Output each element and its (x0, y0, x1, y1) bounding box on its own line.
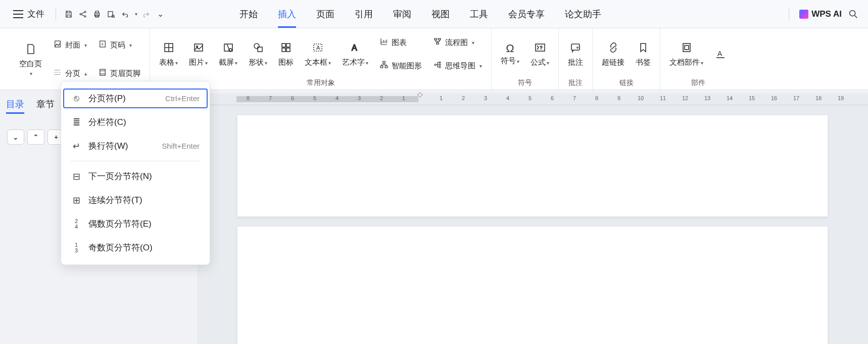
blank-page-icon (25, 43, 37, 57)
page-number-button[interactable]: # 页码▾ (94, 37, 144, 53)
cover-button[interactable]: 封面▾ (49, 37, 91, 53)
mindmap-icon (433, 60, 442, 72)
ribbon-group-comment: 批注 批注 (559, 28, 593, 90)
page-break-icon: ⎋ (71, 93, 81, 104)
icons-icon (280, 41, 292, 56)
nav-down-button[interactable]: ⌄ (7, 130, 24, 145)
blank-page-label: 空白页 (19, 59, 42, 69)
bookmark-button[interactable]: 书签 (632, 39, 655, 69)
dd-item-column-break[interactable]: ≣ 分栏符(C) (61, 110, 210, 134)
svg-rect-32 (437, 42, 439, 44)
ribbon-group-page: 空白页▾ 封面▾ 分页▴ # 页码▾ (0, 28, 150, 90)
dd-item-even-section[interactable]: 24 偶数页分节符(E) (61, 212, 210, 236)
hyperlink-button[interactable]: 超链接 (598, 39, 629, 69)
comment-button[interactable]: 批注 (564, 39, 587, 69)
page-break-icon (53, 68, 62, 79)
svg-rect-30 (435, 38, 437, 40)
more-parts-button[interactable]: A (710, 46, 731, 64)
text-a-icon: A (714, 48, 727, 62)
svg-rect-41 (685, 46, 689, 50)
formula-button[interactable]: x 公式▾ (526, 39, 553, 69)
section-cont-icon: ⊞ (71, 195, 81, 206)
redo-icon[interactable] (140, 9, 152, 20)
file-menu-button[interactable]: 文件 (9, 6, 49, 22)
undo-dropdown[interactable]: ▾ (135, 11, 137, 17)
flowchart-icon (433, 37, 442, 49)
tab-reference[interactable]: 引用 (355, 0, 373, 28)
dd-item-line-break[interactable]: ↵ 换行符(W) Shift+Enter (61, 134, 210, 158)
workspace: ◇ 8 7 6 5 4 3 2 1 1 2 3 4 5 6 7 8 9 10 1… (197, 93, 868, 344)
word-art-icon: A (349, 41, 361, 56)
left-tab-toc[interactable]: 目录 (6, 98, 24, 114)
document-page-1[interactable] (237, 115, 828, 217)
mindmap-button[interactable]: 思维导图▾ (429, 58, 486, 74)
ruler-indent-handle[interactable]: ◇ (417, 90, 423, 98)
search-icon[interactable] (848, 9, 859, 20)
dd-item-page-break[interactable]: ⎋ 分页符(P) Ctrl+Enter (61, 87, 210, 110)
chart-button[interactable]: 图表 (375, 35, 426, 51)
screenshot-icon (222, 41, 234, 56)
tab-page[interactable]: 页面 (316, 0, 334, 28)
svg-point-33 (435, 64, 436, 66)
save-icon[interactable] (63, 9, 74, 20)
dd-label: 偶数页分节符(E) (88, 218, 152, 230)
dd-item-next-page-section[interactable]: ⊟ 下一页分节符(N) (61, 164, 210, 188)
picture-button[interactable]: 图片▾ (185, 39, 212, 69)
comment-icon (569, 41, 582, 56)
page-break-label: 分页 (65, 69, 80, 78)
tab-view[interactable]: 视图 (431, 0, 450, 28)
svg-rect-22 (282, 48, 285, 52)
text-box-icon: A (312, 41, 324, 56)
share-icon[interactable] (77, 9, 88, 20)
screenshot-button[interactable]: 截屏▾ (215, 39, 242, 69)
tab-thesis[interactable]: 论文助手 (565, 0, 601, 28)
shape-button[interactable]: 形状▾ (245, 39, 271, 69)
page-break-dropdown: ⎋ 分页符(P) Ctrl+Enter ≣ 分栏符(C) ↵ 换行符(W) Sh… (61, 81, 210, 265)
left-panel-tabs: 目录 章节 (6, 98, 55, 114)
tab-tools[interactable]: 工具 (470, 0, 488, 28)
symbol-button[interactable]: Ω 符号▾ (497, 41, 523, 68)
horizontal-ruler[interactable]: ◇ 8 7 6 5 4 3 2 1 1 2 3 4 5 6 7 8 9 10 1… (197, 93, 868, 105)
left-tab-chapter[interactable]: 章节 (36, 98, 55, 114)
svg-point-8 (850, 10, 855, 16)
top-toolbar: 文件 ▾ ⌄ 开始 插入 页面 引用 审阅 视图 工具 会员专享 论文助手 WP… (0, 0, 868, 28)
icon-button[interactable]: 图标 (274, 39, 298, 69)
smart-art-button[interactable]: 智能图形 (375, 58, 426, 74)
preview-icon[interactable] (106, 9, 117, 20)
tab-start[interactable]: 开始 (239, 0, 258, 28)
dd-shortcut: Ctrl+Enter (165, 94, 200, 103)
nav-up-button[interactable]: ⌃ (27, 130, 44, 145)
tab-insert[interactable]: 插入 (278, 0, 296, 28)
word-art-button[interactable]: A 艺术字▾ (338, 39, 372, 69)
line-break-icon: ↵ (71, 141, 81, 152)
doc-parts-button[interactable]: 文档部件▾ (665, 39, 707, 69)
undo-icon[interactable] (120, 9, 131, 20)
wps-ai-button[interactable]: WPS AI (799, 9, 842, 19)
header-footer-button[interactable]: 页眉页脚 (94, 66, 144, 81)
group-label-comment: 批注 (564, 77, 587, 88)
chart-icon (379, 37, 389, 49)
tab-review[interactable]: 审阅 (393, 0, 411, 28)
tab-member[interactable]: 会员专享 (508, 0, 545, 28)
column-break-icon: ≣ (71, 117, 81, 128)
dd-item-continuous-section[interactable]: ⊞ 连续分节符(T) (61, 188, 210, 212)
page-break-button[interactable]: 分页▴ (49, 66, 91, 81)
dd-label: 连续分节符(T) (88, 194, 142, 206)
document-page-2[interactable] (237, 227, 828, 344)
blank-page-button[interactable]: 空白页▾ (15, 41, 46, 78)
flowchart-button[interactable]: 流程图▾ (429, 35, 486, 51)
svg-rect-4 (95, 11, 99, 13)
table-button[interactable]: 表格▾ (155, 39, 182, 69)
svg-point-18 (254, 44, 259, 49)
divider (789, 8, 789, 20)
header-footer-icon (98, 68, 107, 79)
dd-item-odd-section[interactable]: 13 奇数页分节符(O) (61, 236, 210, 260)
ribbon-tabs: 开始 插入 页面 引用 审阅 视图 工具 会员专享 论文助手 (239, 0, 601, 28)
more-icon[interactable]: ⌄ (155, 9, 166, 20)
cover-icon (53, 39, 62, 51)
doc-parts-icon (681, 41, 693, 56)
print-icon[interactable] (91, 9, 103, 20)
text-box-button[interactable]: A 文本框▾ (301, 39, 335, 69)
ribbon-group-link: 超链接 书签 链接 (593, 28, 660, 90)
svg-rect-39 (571, 44, 580, 50)
